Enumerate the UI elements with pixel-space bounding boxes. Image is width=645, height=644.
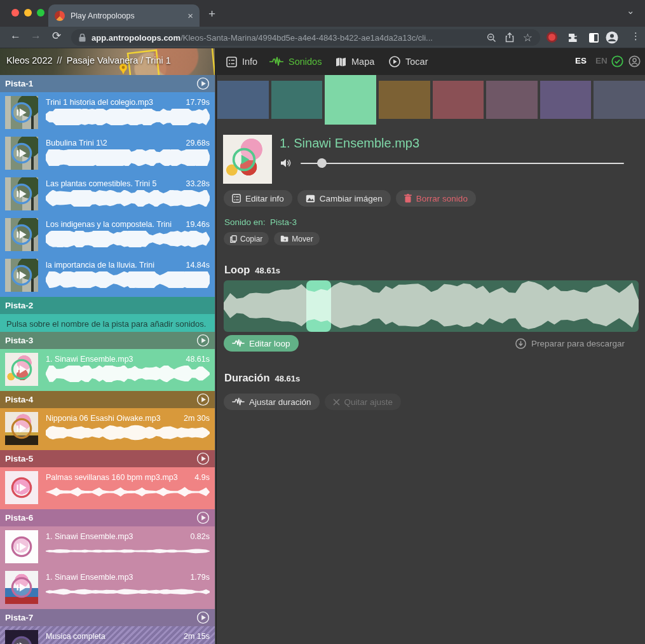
clip-play-icon[interactable]: [11, 224, 32, 245]
clip-play-icon[interactable]: [11, 264, 32, 286]
share-icon[interactable]: [505, 32, 514, 43]
clip-waveform: [46, 366, 210, 382]
clip-play-icon[interactable]: [11, 477, 32, 498]
editar-loop-button[interactable]: Editar loop: [224, 335, 299, 352]
ajustar-duracion-button[interactable]: Ajustar duración: [224, 394, 320, 410]
preparar-descarga-button[interactable]: Preparar para descargar: [515, 338, 625, 349]
record-extension-icon[interactable]: [547, 32, 557, 43]
track-swatch-8[interactable]: [594, 81, 645, 119]
nav-mapa[interactable]: Mapa: [336, 48, 374, 75]
play-sound-icon[interactable]: [232, 147, 256, 172]
clip-pista-1-4[interactable]: Los indigenas y la compostela. Trini19.4…: [0, 216, 215, 256]
track-swatch-4[interactable]: [379, 81, 430, 119]
side-panel-icon[interactable]: [588, 32, 599, 43]
clip-pista-4-1[interactable]: Nipponia 06 Esashi Oiwake.mp32m 30s: [0, 409, 215, 450]
track-header-pista-4[interactable]: Pista-4: [0, 391, 215, 408]
track-swatch-6[interactable]: [486, 81, 538, 119]
clip-thumbnail: [5, 630, 38, 644]
editar-info-button[interactable]: Editar info: [224, 190, 292, 207]
bookmark-star-icon[interactable]: ☆: [523, 32, 533, 43]
profile-avatar[interactable]: [606, 31, 618, 46]
zoom-out-icon[interactable]: [487, 33, 496, 43]
tab-favicon-icon: [55, 11, 65, 21]
track-body-pista-6: 1. Sinawi Ensemble.mp30.82s1. Sinawi Ens…: [0, 526, 215, 609]
track-header-pista-7[interactable]: Pista-7: [0, 609, 215, 626]
copiar-button[interactable]: Copiar: [224, 232, 269, 245]
track-play-icon[interactable]: [196, 393, 210, 406]
track-header-pista-6[interactable]: Pista-6: [0, 509, 215, 526]
clip-pista-3-1[interactable]: 1. Sinawi Ensemble.mp348.61s: [0, 350, 215, 391]
clip-play-icon[interactable]: [11, 536, 32, 558]
clip-play-icon[interactable]: [11, 102, 32, 123]
clip-pista-6-2[interactable]: 1. Sinawi Ensemble.mp31.79s: [0, 568, 215, 609]
track-swatch-3[interactable]: [325, 75, 376, 125]
clip-pista-1-1[interactable]: Trini 1 historia del colegio.mp317.79s: [0, 93, 215, 134]
loop-waveform[interactable]: [224, 280, 639, 332]
saved-check-icon: [611, 55, 623, 67]
reload-button[interactable]: ⟳: [52, 29, 61, 43]
clip-thumbnail: [5, 471, 38, 504]
breadcrumb[interactable]: Kleos 2022//Pasaje Valvanera / Trini 1: [6, 55, 171, 65]
track-ref-link[interactable]: Pista-3: [270, 217, 297, 227]
clip-play-icon[interactable]: [11, 418, 32, 439]
track-play-icon[interactable]: [196, 452, 210, 465]
track-name: Pista-2: [5, 301, 210, 310]
tab-search-chevron-icon[interactable]: ⌄: [627, 5, 635, 17]
track-swatch-2[interactable]: [271, 81, 323, 119]
quitar-ajuste-button[interactable]: Quitar ajuste: [325, 394, 402, 410]
track-header-pista-3[interactable]: Pista-3: [0, 332, 215, 349]
extensions-puzzle-icon[interactable]: [567, 32, 578, 43]
mover-button[interactable]: Mover: [274, 232, 319, 245]
clip-pista-6-1[interactable]: 1. Sinawi Ensemble.mp30.82s: [0, 528, 215, 568]
clip-play-icon[interactable]: [11, 359, 32, 380]
clip-pista-7-1[interactable]: Musica completa2m 15s: [0, 627, 215, 644]
track-swatch-5[interactable]: [433, 81, 484, 119]
track-play-icon[interactable]: [196, 77, 210, 90]
loop-selection-band[interactable]: [306, 280, 331, 332]
track-swatch-1[interactable]: [217, 81, 269, 119]
track-play-icon[interactable]: [196, 511, 210, 524]
track-play-icon[interactable]: [196, 334, 210, 347]
volume-slider[interactable]: [301, 163, 624, 164]
track-header-pista-1[interactable]: Pista-1: [0, 75, 215, 92]
new-tab-button[interactable]: +: [208, 7, 215, 21]
zoom-window-button[interactable]: [37, 9, 44, 17]
close-window-button[interactable]: [11, 9, 19, 17]
forward-button[interactable]: →: [31, 29, 41, 42]
borrar-sonido-button[interactable]: Borrar sonido: [396, 190, 476, 207]
nav-info[interactable]: Info: [226, 48, 257, 75]
lang-en-button[interactable]: EN: [595, 56, 608, 65]
clip-play-icon[interactable]: [11, 577, 32, 598]
clip-pista-1-2[interactable]: Bubulina Trini 1\229.68s: [0, 134, 215, 175]
browser-tab[interactable]: Play Antropoloops ×: [48, 4, 200, 27]
clip-play-icon[interactable]: [11, 142, 32, 164]
account-icon[interactable]: [628, 55, 641, 67]
clip-play-icon[interactable]: [11, 183, 32, 205]
sound-image[interactable]: [223, 135, 272, 184]
track-header-pista-2[interactable]: Pista-2: [0, 297, 215, 314]
clip-pista-1-3[interactable]: Las plantas comestibles. Trini 533.28s: [0, 175, 215, 216]
clip-play-icon[interactable]: [11, 636, 32, 644]
cambiar-imagen-button[interactable]: Cambiar imágen: [297, 190, 391, 207]
nav-tocar[interactable]: Tocar: [389, 48, 428, 75]
back-button[interactable]: ←: [10, 29, 21, 42]
project-map-banner[interactable]: Kleos 2022//Pasaje Valvanera / Trini 1: [0, 48, 215, 75]
lang-es-button[interactable]: ES: [575, 56, 587, 65]
clip-pista-1-5[interactable]: la importancia de la lluvia. Trini14.84s: [0, 256, 215, 297]
minimize-window-button[interactable]: [24, 9, 32, 17]
track-body-pista-7: Musica completa2m 15s: [0, 626, 215, 644]
clip-duration: 1.79s: [190, 573, 210, 582]
volume-slider-thumb[interactable]: [317, 158, 327, 168]
browser-menu-icon[interactable]: ⋮: [631, 31, 641, 42]
clip-duration: 14.84s: [186, 261, 210, 270]
clip-pista-5-1[interactable]: Palmas sevillanas 160 bpm mp3.mp34.9s: [0, 469, 215, 509]
copy-icon: [230, 235, 237, 243]
browser-window: Play Antropoloops × + ⌄ ← → ⟳ app.antrop…: [0, 0, 645, 644]
tab-close-icon[interactable]: ×: [187, 10, 193, 21]
track-header-pista-5[interactable]: Pista-5: [0, 450, 215, 467]
nav-sonidos[interactable]: Sonidos: [269, 48, 322, 75]
track-play-icon[interactable]: [196, 611, 210, 624]
address-bar[interactable]: app.antropoloops.com/Kleos-Santa-Marina/…: [71, 29, 540, 46]
clip-title: Los indigenas y la compostela. Trini: [46, 220, 180, 229]
track-swatch-7[interactable]: [540, 81, 592, 119]
